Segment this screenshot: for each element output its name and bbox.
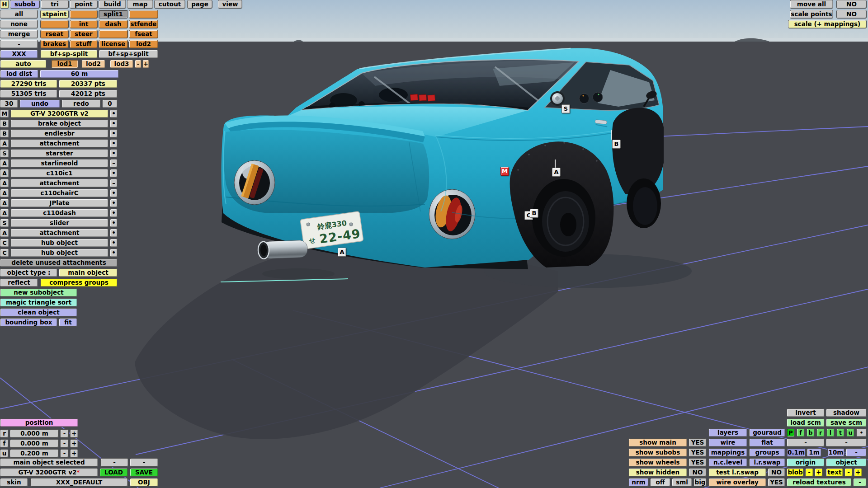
- delete-unused-attachments-button[interactable]: delete unused attachments: [0, 258, 118, 267]
- axis-toggle-f[interactable]: f: [797, 428, 805, 437]
- object-visibility-toggle[interactable]: •: [110, 229, 118, 237]
- scale-mappings-button[interactable]: scale (+ mappings): [788, 20, 867, 28]
- object-type-badge[interactable]: S: [0, 149, 9, 158]
- group-empty[interactable]: [70, 10, 98, 19]
- object-visibility-toggle[interactable]: •: [110, 239, 118, 247]
- bounding-box-button[interactable]: bounding box: [0, 318, 57, 327]
- object-visibility-toggle[interactable]: –: [110, 179, 118, 188]
- dash-button[interactable]: -: [826, 438, 867, 447]
- menu-item-tri[interactable]: tri: [41, 0, 69, 9]
- object-button[interactable]: object: [826, 458, 867, 467]
- group-lod2[interactable]: lod2: [129, 40, 158, 48]
- object-visibility-toggle[interactable]: •: [110, 169, 118, 178]
- lod-dist-value[interactable]: 60 m: [40, 70, 119, 78]
- load-button[interactable]: LOAD: [99, 468, 128, 477]
- object-type-badge[interactable]: A: [0, 169, 9, 178]
- scale-points-button[interactable]: scale points: [790, 10, 833, 19]
- select-none-button[interactable]: none: [0, 20, 38, 28]
- group-empty[interactable]: [40, 20, 69, 28]
- object-visibility-toggle[interactable]: •: [110, 199, 118, 207]
- lod2-button[interactable]: lod2: [81, 60, 105, 68]
- invert-button[interactable]: invert: [787, 408, 825, 417]
- object-type-badge[interactable]: A: [0, 229, 9, 237]
- object-visibility-toggle[interactable]: •: [110, 119, 118, 128]
- object-type-badge[interactable]: A: [0, 199, 9, 207]
- object-row[interactable]: attachment: [10, 179, 108, 188]
- group-empty[interactable]: [129, 10, 158, 19]
- menu-item-view[interactable]: view: [218, 0, 242, 9]
- group-rseat[interactable]: rseat: [40, 30, 69, 38]
- load-scm-button[interactable]: load scm: [787, 418, 825, 427]
- object-row-main[interactable]: GT-V 3200GTR v2: [10, 109, 108, 118]
- nrm-big-button[interactable]: big: [693, 478, 707, 487]
- move-all-button[interactable]: move all: [790, 0, 833, 9]
- bf-sp-minus-split-button[interactable]: bf+sp-split: [40, 50, 98, 58]
- text-plus-button[interactable]: +: [854, 468, 862, 477]
- minus-button[interactable]: -: [0, 40, 38, 48]
- menu-item-subob[interactable]: subob: [10, 0, 40, 9]
- object-row[interactable]: hub object: [10, 239, 108, 247]
- lod-dist-label[interactable]: lod dist: [0, 70, 38, 78]
- position-u-plus[interactable]: +: [70, 449, 78, 458]
- object-row[interactable]: JPlate: [10, 199, 108, 207]
- group-dash[interactable]: dash: [99, 20, 128, 28]
- group-stuff[interactable]: stuff: [70, 40, 98, 48]
- origin-button[interactable]: origin: [787, 458, 825, 467]
- flat-button[interactable]: flat: [749, 438, 785, 447]
- position-r-plus[interactable]: +: [70, 429, 78, 438]
- reflect-button[interactable]: reflect: [0, 278, 38, 287]
- object-row[interactable]: starlineold: [10, 159, 108, 168]
- object-type-badge[interactable]: A: [0, 159, 9, 168]
- save-scm-button[interactable]: save scm: [826, 418, 867, 427]
- grid-scale-10m-button[interactable]: 10m: [827, 448, 844, 457]
- object-row[interactable]: starster: [10, 149, 108, 158]
- position-f-value[interactable]: 0.000 m: [10, 439, 59, 448]
- obj-export-button[interactable]: OBJ: [130, 478, 158, 487]
- undo-button[interactable]: undo: [19, 99, 60, 108]
- object-visibility-toggle[interactable]: •: [110, 149, 118, 158]
- show-wheels-button[interactable]: show wheels: [628, 458, 687, 467]
- text-button[interactable]: text: [826, 468, 843, 477]
- object-row[interactable]: endlesbr: [10, 129, 108, 138]
- menu-item-h[interactable]: H: [0, 0, 9, 9]
- lr-swap-button[interactable]: l.r.swap: [749, 458, 785, 467]
- lod-plus-button[interactable]: +: [142, 60, 149, 68]
- position-u-value[interactable]: 0.200 m: [10, 449, 59, 458]
- group-stfende[interactable]: stfende: [129, 20, 158, 28]
- skin-value[interactable]: XXX_DEFAULT: [30, 478, 128, 487]
- show-main-toggle[interactable]: YES: [689, 438, 707, 447]
- merge-button[interactable]: merge: [0, 30, 38, 38]
- object-row[interactable]: c110chairC: [10, 189, 108, 197]
- model-name-field[interactable]: GT-V 3200GTR v2*: [0, 468, 98, 477]
- object-visibility-toggle[interactable]: –: [110, 159, 118, 168]
- position-r-minus[interactable]: -: [60, 429, 69, 438]
- position-f-plus[interactable]: +: [70, 439, 78, 448]
- axis-toggle-dot[interactable]: •: [856, 428, 867, 437]
- object-type-badge[interactable]: S: [0, 219, 9, 227]
- object-type-badge[interactable]: B: [0, 119, 9, 128]
- status-dash-button[interactable]: -: [100, 458, 128, 467]
- object-visibility-toggle[interactable]: •: [110, 219, 118, 227]
- position-f-minus[interactable]: -: [60, 439, 69, 448]
- axis-toggle-r[interactable]: r: [816, 428, 825, 437]
- object-type-badge[interactable]: A: [0, 179, 9, 188]
- object-visibility-toggle[interactable]: •: [110, 139, 118, 148]
- compress-groups-button[interactable]: compress groups: [40, 278, 118, 287]
- marker-starster[interactable]: S: [561, 104, 570, 113]
- layers-button[interactable]: layers: [708, 428, 747, 437]
- clean-object-button[interactable]: clean object: [0, 308, 77, 317]
- bf-sp-plus-split-button[interactable]: bf+sp+split: [99, 50, 158, 58]
- reload-textures-minus-button[interactable]: -: [853, 478, 867, 487]
- scale-points-toggle[interactable]: NO: [836, 10, 867, 19]
- nrm-sml-button[interactable]: sml: [672, 478, 692, 487]
- object-type-value[interactable]: main object: [59, 268, 118, 277]
- nc-level-button[interactable]: n.c.level: [708, 458, 747, 467]
- select-all-button[interactable]: all: [0, 10, 38, 19]
- menu-item-cutout[interactable]: cutout: [154, 0, 185, 9]
- lod1-button[interactable]: lod1: [51, 60, 78, 68]
- group-fseat[interactable]: fseat: [129, 30, 158, 38]
- gouraud-button[interactable]: gouraud: [749, 428, 785, 437]
- object-type-badge[interactable]: A: [0, 209, 9, 217]
- test-lr-swap-toggle[interactable]: NO: [768, 468, 785, 477]
- position-panel-header[interactable]: position: [0, 418, 78, 427]
